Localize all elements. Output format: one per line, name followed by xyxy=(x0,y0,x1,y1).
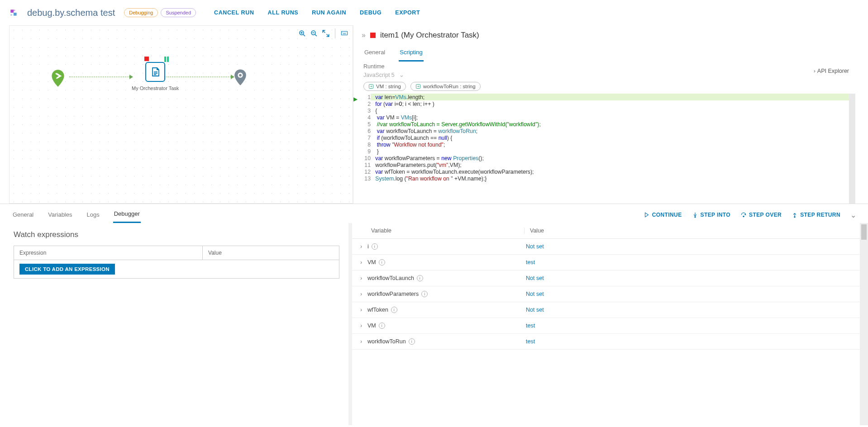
info-icon[interactable]: i xyxy=(379,323,385,329)
top-nav: CANCEL RUN ALL RUNS RUN AGAIN DEBUG EXPO… xyxy=(214,9,420,16)
tab-scripting[interactable]: Scripting xyxy=(399,45,424,62)
fit-screen-icon[interactable] xyxy=(321,29,330,38)
cancel-run-link[interactable]: CANCEL RUN xyxy=(214,9,254,16)
api-explorer-link[interactable]: ›API Explorer xyxy=(814,68,849,74)
add-expression-button[interactable]: CLICK TO ADD AN EXPRESSION xyxy=(19,264,115,275)
current-line-arrow-icon: ▶ xyxy=(353,96,358,102)
info-icon[interactable]: i xyxy=(379,259,385,266)
top-bar: debug.by.schema test Debugging Suspended… xyxy=(0,0,868,25)
variable-value: test xyxy=(520,323,868,329)
variable-row[interactable]: ›VM itest xyxy=(352,255,868,270)
workflow-name: debug.by.schema test xyxy=(27,8,115,18)
tab-variables-bottom[interactable]: Variables xyxy=(47,208,73,223)
variable-name: VM i xyxy=(367,259,520,266)
expand-icon[interactable]: › xyxy=(360,291,367,297)
expand-icon[interactable]: › xyxy=(360,259,367,266)
svg-rect-2 xyxy=(14,9,15,11)
export-link[interactable]: EXPORT xyxy=(395,9,420,16)
expand-icon[interactable]: › xyxy=(360,307,367,313)
variable-name: workflowToRun i xyxy=(367,338,520,345)
variable-name: wfToken i xyxy=(367,307,520,313)
canvas-toolbar xyxy=(298,28,349,38)
svg-marker-27 xyxy=(645,213,648,217)
variables-pane: Variable Value ›i iNot set›VM itest›work… xyxy=(352,223,868,425)
variable-row[interactable]: ›workflowParameters iNot set xyxy=(352,286,868,302)
continue-button[interactable]: CONTINUE xyxy=(644,212,682,218)
variable-row[interactable]: ›workflowToLaunch iNot set xyxy=(352,270,868,286)
code-editor[interactable]: ▶ 1 var len=VMs.length; 2 for (var i=0; … xyxy=(353,94,855,204)
pill-vm[interactable]: VM : string xyxy=(363,82,406,91)
variable-row[interactable]: ›VM itest xyxy=(352,318,868,334)
info-icon[interactable]: i xyxy=(391,307,397,313)
keyboard-icon[interactable] xyxy=(340,29,349,38)
variable-name: i i xyxy=(367,243,520,250)
panel-title: item1 (My Orchestrator Task) xyxy=(380,31,479,40)
svg-line-11 xyxy=(323,30,325,33)
variable-pills: VM : string workflowToRun : string xyxy=(353,78,859,94)
svg-point-30 xyxy=(743,216,744,217)
runtime-label: Runtime xyxy=(363,63,404,70)
info-icon[interactable]: i xyxy=(421,291,428,297)
runtime-select[interactable]: JavaScript 5 ⌄ xyxy=(363,70,404,78)
collapse-bottom-icon[interactable]: ⌄ xyxy=(850,211,856,219)
badge-debugging: Debugging xyxy=(124,8,158,17)
svg-point-29 xyxy=(694,217,695,218)
step-into-button[interactable]: STEP INTO xyxy=(692,212,731,218)
step-return-button[interactable]: STEP RETURN xyxy=(792,212,840,218)
all-runs-link[interactable]: ALL RUNS xyxy=(268,9,299,16)
toolbar-separator xyxy=(335,28,335,38)
info-icon[interactable]: i xyxy=(417,275,423,281)
tab-debugger-bottom[interactable]: Debugger xyxy=(113,207,141,223)
workflow-canvas[interactable]: My Orchestrator Task xyxy=(9,25,353,204)
tab-general[interactable]: General xyxy=(363,45,386,62)
variable-name: workflowToLaunch i xyxy=(367,275,520,281)
right-tabs: General Scripting xyxy=(353,45,859,62)
var-col-variable: Variable xyxy=(371,228,524,234)
step-over-button[interactable]: STEP OVER xyxy=(740,212,782,218)
watch-title: Watch expressions xyxy=(14,230,344,239)
breakpoint-icon xyxy=(370,33,376,38)
expand-icon[interactable]: › xyxy=(360,338,367,345)
running-indicator-icon xyxy=(164,57,166,62)
watch-table: Expression Value CLICK TO ADD AN EXPRESS… xyxy=(14,246,339,279)
vertical-splitter[interactable] xyxy=(348,223,352,425)
input-arrow-icon xyxy=(368,84,374,89)
expand-icon[interactable]: › xyxy=(360,275,367,281)
variable-name: workflowParameters i xyxy=(367,291,520,297)
expand-icon[interactable]: › xyxy=(360,243,367,250)
watch-col-expression: Expression xyxy=(14,246,203,260)
info-icon[interactable]: i xyxy=(409,338,415,345)
tab-logs-bottom[interactable]: Logs xyxy=(86,208,100,223)
task-node[interactable]: My Orchestrator Task xyxy=(132,62,179,91)
run-again-link[interactable]: RUN AGAIN xyxy=(312,9,346,16)
start-node-icon xyxy=(50,69,66,88)
variable-value: test xyxy=(520,259,868,266)
start-node[interactable] xyxy=(50,69,66,88)
variable-value: Not set xyxy=(520,291,868,297)
svg-rect-3 xyxy=(10,14,12,15)
svg-rect-1 xyxy=(14,13,17,16)
badge-suspended: Suspended xyxy=(161,8,196,17)
variable-row[interactable]: ›wfToken iNot set xyxy=(352,302,868,318)
variable-row[interactable]: ›workflowToRun itest xyxy=(352,334,868,350)
info-icon[interactable]: i xyxy=(372,243,378,250)
variables-scrollbar[interactable] xyxy=(860,223,868,425)
code-scrollbar[interactable] xyxy=(849,94,855,204)
tab-general-bottom[interactable]: General xyxy=(12,208,34,223)
end-node[interactable] xyxy=(233,68,248,86)
watch-col-value: Value xyxy=(203,246,339,260)
collapse-panel-icon[interactable]: » xyxy=(362,31,366,39)
debug-link[interactable]: DEBUG xyxy=(360,9,382,16)
right-panel: » item1 (My Orchestrator Task) General S… xyxy=(353,25,859,204)
svg-line-5 xyxy=(303,34,305,36)
zoom-in-icon[interactable] xyxy=(298,29,307,38)
continue-icon xyxy=(644,212,650,218)
variable-value: Not set xyxy=(520,275,868,281)
script-icon xyxy=(150,66,161,77)
var-col-value: Value xyxy=(524,228,868,234)
expand-icon[interactable]: › xyxy=(360,323,367,329)
zoom-out-icon[interactable] xyxy=(310,29,319,38)
task-node-box xyxy=(145,62,165,82)
variable-row[interactable]: ›i iNot set xyxy=(352,239,868,255)
pill-workflowtorun[interactable]: workflowToRun : string xyxy=(410,82,481,91)
